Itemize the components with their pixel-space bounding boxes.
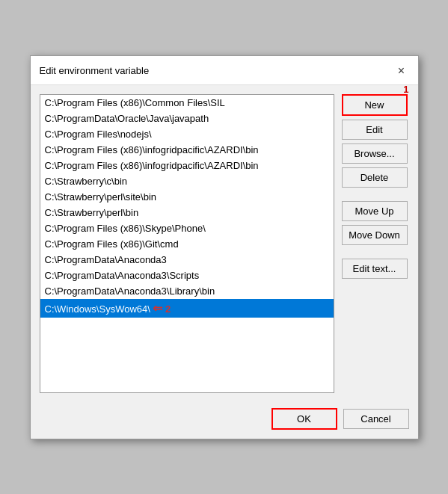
dialog-title: Edit environment variable [40,65,150,76]
browse-button[interactable]: Browse... [342,143,408,164]
list-item[interactable]: C:\ProgramData\Anaconda3 [40,252,334,268]
cancel-button[interactable]: Cancel [343,409,409,429]
ok-button[interactable]: OK [271,408,337,430]
title-bar: Edit environment variable × [31,56,418,85]
spacer-2 [342,249,409,255]
dialog-footer: OK Cancel [31,402,418,439]
list-item[interactable]: C:\Program Files (x86)\Git\cmd [40,236,334,252]
move-up-button[interactable]: Move Up [342,201,408,221]
new-button-wrapper: 1 New [342,94,409,116]
close-button[interactable]: × [394,64,409,78]
list-item[interactable]: C:\Strawberry\c\bin [40,173,334,189]
list-item[interactable]: C:\Program Files (x86)\Skype\Phone\ [40,220,334,236]
annotation-1: 1 [403,84,408,95]
list-item[interactable]: C:\ProgramData\Oracle\Java\javapath [40,111,334,126]
arrow-icon: ⇐ [153,302,162,315]
list-item[interactable]: C:\Program Files (x86)\infogridpacific\A… [40,142,334,158]
annotation-2: 2 [165,303,171,315]
dialog-body: C:\Program Files (x86)\Common Files\SILC… [31,85,418,402]
move-down-button[interactable]: Move Down [342,225,408,245]
list-item[interactable]: C:\ProgramData\Anaconda3\Scripts [40,268,334,283]
list-item[interactable]: C:\Program Files\nodejs\ [40,126,334,142]
edit-button[interactable]: Edit [342,120,408,140]
delete-button[interactable]: Delete [342,167,408,188]
list-item[interactable]: C:\Strawberry\perl\site\bin [40,189,334,205]
edit-text-button[interactable]: Edit text... [342,259,408,279]
new-button[interactable]: New [342,94,408,116]
list-item[interactable]: C:\Program Files (x86)\infogridpacific\A… [40,158,334,173]
path-list[interactable]: C:\Program Files (x86)\Common Files\SILC… [40,94,334,393]
list-item[interactable]: C:\Program Files (x86)\Common Files\SIL [40,95,334,111]
list-item[interactable]: C:\Strawberry\perl\bin [40,205,334,220]
spacer-1 [342,191,409,197]
buttons-panel: 1 New Edit Browse... Delete Move Up Move… [342,94,409,393]
list-item[interactable]: C:\ProgramData\Anaconda3\Library\bin [40,283,334,299]
edit-env-variable-dialog: Edit environment variable × C:\Program F… [30,55,419,439]
list-item[interactable]: C:\Windows\SysWow64\ ⇐ 2 [40,299,334,318]
